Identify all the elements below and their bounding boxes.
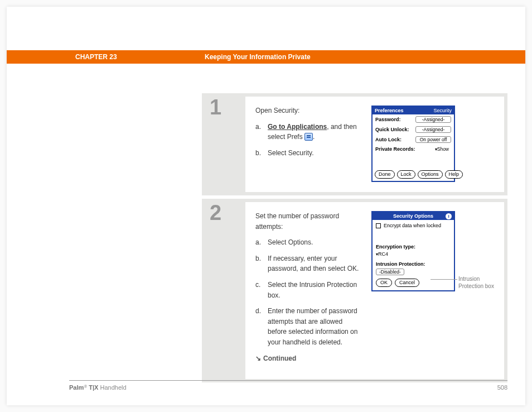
substep-label: c. bbox=[255, 280, 262, 300]
chapter-label: CHAPTER 23 bbox=[75, 53, 117, 61]
substep-label: a. bbox=[255, 237, 262, 248]
continued-arrow-icon: ↘ bbox=[255, 354, 261, 362]
substep-tail: . bbox=[313, 133, 315, 141]
substep-text: Enter the number of password attempts th… bbox=[268, 306, 361, 347]
substep-text: Select Security. bbox=[268, 148, 313, 159]
palm-dialog-title: Security Options i bbox=[373, 212, 454, 220]
preferences-screenshot: Preferences Security Password: -Assigned… bbox=[371, 106, 455, 182]
ok-button[interactable]: OK bbox=[376, 279, 392, 287]
encrypt-checkbox-row: Encrypt data when locked bbox=[376, 223, 451, 228]
palm-row: Quick Unlock: -Assigned- bbox=[373, 124, 454, 135]
palm-row-key: Private Records: bbox=[375, 146, 415, 152]
substep: c. Select the Intrusion Protection box. bbox=[255, 280, 361, 300]
step-intro: Set the number of password attempts: bbox=[255, 211, 361, 232]
palm-row: Password: -Assigned- bbox=[373, 114, 454, 124]
palm-lock-button[interactable]: Lock bbox=[397, 170, 415, 179]
page-number: 508 bbox=[497, 384, 507, 391]
substep-text: Select the Intrusion Protection box. bbox=[268, 280, 361, 300]
palm-button-row: Done Lock Options Help bbox=[373, 168, 454, 181]
prefs-icon bbox=[304, 133, 313, 141]
substep: d. Enter the number of password attempts… bbox=[255, 306, 361, 347]
palm-title-right: Security bbox=[433, 108, 452, 113]
palm-row-value: Show bbox=[433, 146, 451, 152]
chapter-title: Keeping Your Information Private bbox=[205, 53, 311, 61]
substep-label: a. bbox=[255, 122, 262, 142]
checkbox-icon[interactable] bbox=[376, 223, 381, 228]
step-list: 1 Open Security: a. Go to Applications, … bbox=[202, 93, 507, 386]
substep-label: d. bbox=[255, 306, 262, 347]
palm-title-bar: Preferences Security bbox=[373, 107, 454, 114]
palm-row-value: On power off bbox=[415, 136, 451, 143]
callout-leader-line bbox=[431, 279, 457, 280]
step-number: 1 bbox=[202, 93, 245, 195]
intrusion-protection-value[interactable]: -Disabled- bbox=[376, 269, 404, 275]
substep-text: Select Options. bbox=[268, 237, 313, 248]
cancel-button[interactable]: Cancel bbox=[395, 279, 419, 287]
substep: b. If necessary, enter your password, an… bbox=[255, 253, 361, 274]
encryption-type-value[interactable]: RC4 bbox=[376, 251, 451, 257]
substep-label: b. bbox=[255, 148, 262, 159]
product-name: Palm® T|X Handheld bbox=[69, 384, 127, 391]
step: 1 Open Security: a. Go to Applications, … bbox=[202, 93, 507, 195]
callout-label: Intrusion Protection box bbox=[458, 275, 503, 290]
step-intro: Open Security: bbox=[255, 106, 361, 116]
palm-row: Auto Lock: On power off bbox=[373, 135, 454, 145]
palm-row-value: -Assigned- bbox=[415, 126, 451, 133]
palm-row: Private Records: Show bbox=[373, 145, 454, 154]
palm-row-key: Quick Unlock: bbox=[375, 127, 409, 132]
palm-row-key: Password: bbox=[375, 117, 401, 122]
info-icon: i bbox=[446, 213, 452, 219]
go-to-applications-link[interactable]: Go to Applications bbox=[268, 123, 327, 131]
substep: a. Select Options. bbox=[255, 237, 361, 248]
substep-text: If necessary, enter your password, and t… bbox=[268, 253, 361, 274]
palm-help-button[interactable]: Help bbox=[445, 170, 463, 179]
intrusion-protection-label: Intrusion Protection: bbox=[376, 261, 451, 267]
substep: a. Go to Applications, and then select P… bbox=[255, 122, 361, 142]
page-footer: Palm® T|X Handheld 508 bbox=[69, 380, 507, 391]
palm-options-button[interactable]: Options bbox=[418, 170, 443, 179]
chapter-header-band: CHAPTER 23 Keeping Your Information Priv… bbox=[7, 50, 525, 64]
palm-title-left: Preferences bbox=[375, 108, 404, 113]
substep-label: b. bbox=[255, 253, 262, 274]
encryption-type-label: Encryption type: bbox=[376, 244, 451, 250]
palm-done-button[interactable]: Done bbox=[375, 170, 395, 179]
continued-indicator: ↘Continued bbox=[255, 353, 361, 364]
step: 2 Set the number of password attempts: a… bbox=[202, 199, 507, 382]
checkbox-label: Encrypt data when locked bbox=[384, 223, 441, 228]
palm-dialog-buttons: OK Cancel bbox=[376, 279, 451, 287]
palm-row-key: Auto Lock: bbox=[375, 137, 402, 142]
substep: b. Select Security. bbox=[255, 148, 361, 159]
palm-row-value: -Assigned- bbox=[415, 116, 451, 123]
step-number: 2 bbox=[202, 199, 245, 382]
